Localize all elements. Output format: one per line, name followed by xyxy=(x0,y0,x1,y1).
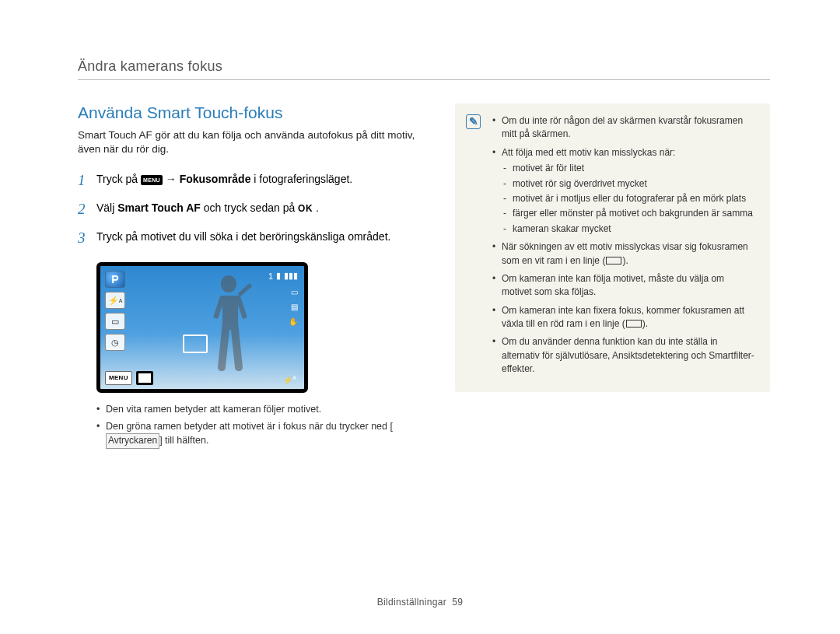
step-number: 2 xyxy=(78,199,96,220)
flash-icon: ⚡A xyxy=(105,292,125,309)
timer-icon: ◷ xyxy=(105,334,125,351)
note-item: Om du använder denna funktion kan du int… xyxy=(492,335,756,376)
step2-suffix: . xyxy=(316,201,319,214)
step-3: 3 Tryck på motivet du vill söka i det be… xyxy=(78,228,420,249)
menu-icon: MENU xyxy=(141,175,163,185)
step-1: 1 Tryck på MENU → Fokusområde i fotograf… xyxy=(78,170,420,191)
focus-area-icon: ▭ xyxy=(105,313,125,330)
right-column: ✎ Om du inte rör någon del av skärmen kv… xyxy=(455,103,770,452)
quality-icon: ▤ xyxy=(291,303,298,311)
note-item: När sökningen av ett motiv misslyckas vi… xyxy=(492,240,756,268)
frame-icon xyxy=(606,257,621,264)
step-number: 1 xyxy=(78,170,96,191)
camera-screenshot: P ⚡A ▭ ◷ MENU 1 ▮ ▮▮▮ ▭ ▤ ✋ xyxy=(96,262,308,393)
step2-mid: och tryck sedan på xyxy=(204,201,298,214)
memory-icon: ▮ xyxy=(276,271,281,281)
page-header: Ändra kamerans fokus xyxy=(78,58,770,80)
step1-suffix: i fotograferingsläget. xyxy=(254,173,352,185)
ois-icon: ✋ xyxy=(289,317,298,326)
note-subitem: färger eller mönster på motivet och bakg… xyxy=(502,207,756,220)
note-item: Om du inte rör någon del av skärmen kvar… xyxy=(492,114,756,142)
note-item: Om kameran inte kan följa motivet, måste… xyxy=(492,272,756,299)
step1-arrow: → xyxy=(166,173,180,185)
left-column: Använda Smart Touch-fokus Smart Touch AF… xyxy=(78,103,420,452)
frame-icon xyxy=(626,320,642,328)
shutter-key: Avtryckaren xyxy=(106,433,159,448)
page-footer: Bildinställningar 59 xyxy=(0,597,840,608)
ok-label: OK xyxy=(298,203,313,214)
legend-item: Den gröna ramen betyder att motivet är i… xyxy=(96,419,420,449)
section-intro: Smart Touch AF gör att du kan följa och … xyxy=(78,128,420,156)
mode-p-icon: P xyxy=(105,271,125,288)
note-subitem: motivet är för litet xyxy=(502,162,756,175)
note-subitem: motivet är i motljus eller du fotografer… xyxy=(502,192,756,205)
step1-prefix: Tryck på xyxy=(96,173,141,185)
flash-auto-icon: ⚡ xyxy=(283,376,292,384)
note-item: Att följa med ett motiv kan misslyckas n… xyxy=(492,146,756,236)
step-2: 2 Välj Smart Touch AF och tryck sedan på… xyxy=(78,199,420,220)
note-subitem: kameran skakar mycket xyxy=(502,222,756,236)
note-box: ✎ Om du inte rör någon del av skärmen kv… xyxy=(455,103,770,392)
note-icon: ✎ xyxy=(466,114,481,129)
focus-frame xyxy=(183,335,208,353)
shot-count: 1 xyxy=(268,271,273,281)
step-number: 3 xyxy=(78,228,96,249)
step3-text: Tryck på motivet du vill söka i det berö… xyxy=(96,228,390,249)
legend-item: Den vita ramen betyder att kameran följe… xyxy=(96,402,420,416)
size-icon: ▭ xyxy=(291,288,298,296)
note-subitem: motivet rör sig överdrivet mycket xyxy=(502,177,756,191)
screenshot-menu-button: MENU xyxy=(105,371,132,385)
legend-bullets: Den vita ramen betyder att kameran följe… xyxy=(96,402,420,449)
note-item: Om kameran inte kan fixera fokus, kommer… xyxy=(492,304,756,331)
section-heading: Använda Smart Touch-fokus xyxy=(78,103,420,122)
subject-silhouette xyxy=(205,275,252,384)
steps-list: 1 Tryck på MENU → Fokusområde i fotograf… xyxy=(78,170,420,248)
display-icon xyxy=(136,371,153,385)
step2-bold: Smart Touch AF xyxy=(117,201,201,214)
battery-icon: ▮▮▮ xyxy=(284,271,298,281)
step2-prefix: Välj xyxy=(96,201,117,214)
step1-bold: Fokusområde xyxy=(180,173,251,185)
